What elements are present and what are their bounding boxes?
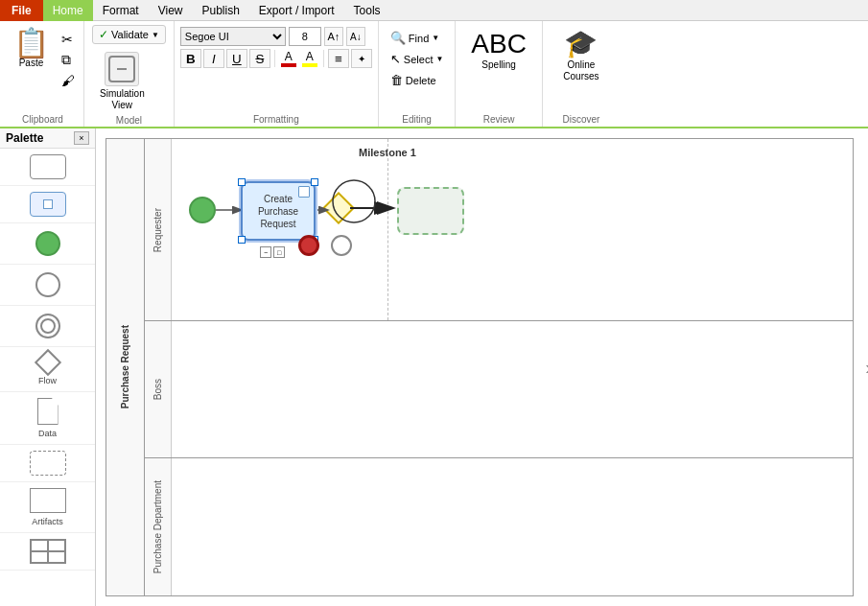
subprocess-markers: − □ — [260, 246, 285, 258]
lane-requester-label: Requester — [145, 139, 172, 320]
flow-shape — [34, 349, 60, 376]
palette-item-table[interactable] — [0, 533, 95, 571]
font-grow-button[interactable]: A↑ — [324, 27, 343, 46]
gateway[interactable] — [322, 192, 355, 224]
editing-group: 🔍 Find ▼ ↖ Select ▼ 🗑 Delete Editing — [379, 21, 457, 127]
paste-label: Paste — [19, 58, 44, 68]
dotted-shape — [30, 451, 66, 476]
circle-double-shape — [35, 314, 60, 338]
find-dropdown-icon: ▼ — [432, 34, 439, 42]
selection-handle-tr — [311, 178, 318, 186]
menu-publish[interactable]: Publish — [193, 0, 249, 21]
selection-handle-bl — [238, 236, 246, 244]
palette-panel: Palette × Flow Data — [0, 128, 96, 606]
simulation-view-button[interactable]: SimulationView — [92, 48, 152, 115]
palette-item-task-blue[interactable] — [0, 186, 95, 223]
menu-file[interactable]: File — [0, 0, 43, 21]
cut-button[interactable]: ✂ — [59, 31, 78, 48]
task-rect-shape — [30, 154, 66, 179]
palette-item-data[interactable]: Data — [0, 392, 95, 445]
palette-item-circle-double[interactable] — [0, 306, 95, 347]
task-blue-shape — [30, 192, 66, 217]
data-shape — [37, 398, 59, 425]
menu-tools[interactable]: Tools — [344, 0, 390, 21]
canvas-area[interactable]: Purchase Request Requester Milestone 1 — [96, 128, 868, 606]
review-label: Review — [465, 114, 532, 127]
font-size-input[interactable] — [289, 27, 321, 46]
copy-button[interactable]: ⧉ — [59, 51, 78, 69]
discover-label: Discover — [552, 114, 610, 127]
paste-button[interactable]: 📋 Paste — [8, 27, 55, 70]
lane-boss-label: Boss — [145, 321, 172, 457]
format-painter-button[interactable]: 🖌 — [59, 72, 78, 89]
task-icon — [298, 186, 310, 198]
menu-format[interactable]: Format — [93, 0, 149, 21]
palette-item-artifacts[interactable]: Artifacts — [0, 482, 95, 533]
palette-item-circle-outline[interactable] — [0, 265, 95, 306]
palette-item-flow[interactable]: Flow — [0, 347, 95, 392]
end-event[interactable] — [298, 235, 319, 256]
find-icon: 🔍 — [390, 31, 406, 45]
start-event[interactable] — [189, 197, 216, 223]
table-shape — [30, 539, 66, 564]
simulation-view-icon — [105, 52, 139, 86]
lane-purchase-dept: Purchase Department — [145, 458, 853, 595]
clipboard-label: Clipboard — [8, 114, 78, 127]
task-create-purchase-request[interactable]: Create Purchase Request — [241, 181, 316, 241]
flow-label: Flow — [38, 376, 57, 385]
validate-icon: ✓ — [99, 28, 108, 41]
selection-handle-tl — [238, 178, 246, 186]
data-label: Data — [38, 429, 57, 438]
intermediate-event[interactable] — [331, 235, 352, 256]
highlight-button[interactable]: A — [300, 50, 319, 67]
milestone-line — [387, 139, 388, 320]
artifacts-shape — [30, 488, 66, 513]
spelling-icon: ABC — [471, 31, 527, 58]
underline-button[interactable]: U — [226, 49, 247, 68]
validate-dropdown-icon: ▼ — [152, 31, 159, 39]
delete-button[interactable]: 🗑 Delete — [387, 71, 448, 89]
font-shrink-button[interactable]: A↓ — [346, 27, 365, 46]
lane-boss: Boss — [145, 321, 853, 458]
menu-view[interactable]: View — [149, 0, 193, 21]
spelling-label: Spelling — [481, 59, 516, 70]
select-dropdown-icon: ▼ — [435, 55, 443, 63]
font-family-select[interactable]: Segoe UI — [180, 27, 286, 46]
palette-item-task-rect[interactable] — [0, 149, 95, 186]
review-group: ABC Spelling Review — [456, 21, 543, 127]
palette-collapse-button[interactable]: × — [74, 131, 89, 145]
model-label: Model — [92, 115, 166, 128]
pool-title: Purchase Request — [106, 139, 145, 595]
simulation-view-label: SimulationView — [100, 88, 145, 111]
clipboard-group: 📋 Paste ✂ ⧉ 🖌 Clipboard — [2, 21, 84, 127]
discover-group: 🎓 OnlineCourses Discover — [543, 21, 620, 127]
lane-requester: Requester Milestone 1 — [145, 139, 853, 321]
select-icon: ↖ — [390, 52, 401, 66]
validate-button[interactable]: ✓ Validate ▼ — [92, 25, 166, 44]
palette-item-dotted[interactable] — [0, 445, 95, 482]
lane-purchase-dept-label: Purchase Department — [145, 458, 172, 595]
online-courses-label: OnlineCourses — [563, 59, 598, 82]
placeholder-box[interactable] — [397, 187, 464, 235]
pool: Purchase Request Requester Milestone 1 — [106, 138, 854, 596]
editing-label: Editing — [387, 114, 448, 127]
font-color-button[interactable]: A — [279, 50, 298, 67]
pool-title-text: Purchase Request — [120, 325, 130, 408]
select-button[interactable]: ↖ Select ▼ — [387, 50, 448, 68]
menu-export-import[interactable]: Export / Import — [249, 0, 344, 21]
spelling-button[interactable]: ABC Spelling — [465, 27, 532, 74]
delete-icon: 🗑 — [390, 73, 403, 87]
paste-icon: 📋 — [13, 29, 49, 58]
start-shape — [35, 231, 60, 256]
strikethrough-button[interactable]: S — [249, 49, 270, 68]
italic-button[interactable]: I — [203, 49, 224, 68]
bold-button[interactable]: B — [180, 49, 201, 68]
find-button[interactable]: 🔍 Find ▼ — [387, 29, 448, 47]
align-button[interactable]: ≡ — [328, 49, 349, 68]
palette-item-start[interactable] — [0, 223, 95, 265]
clear-format-button[interactable]: ✦ — [351, 49, 372, 68]
online-courses-button[interactable]: 🎓 OnlineCourses — [557, 27, 604, 86]
menu-home[interactable]: Home — [43, 0, 93, 21]
formatting-label: Formatting — [180, 114, 372, 127]
artifacts-label: Artifacts — [32, 517, 63, 526]
